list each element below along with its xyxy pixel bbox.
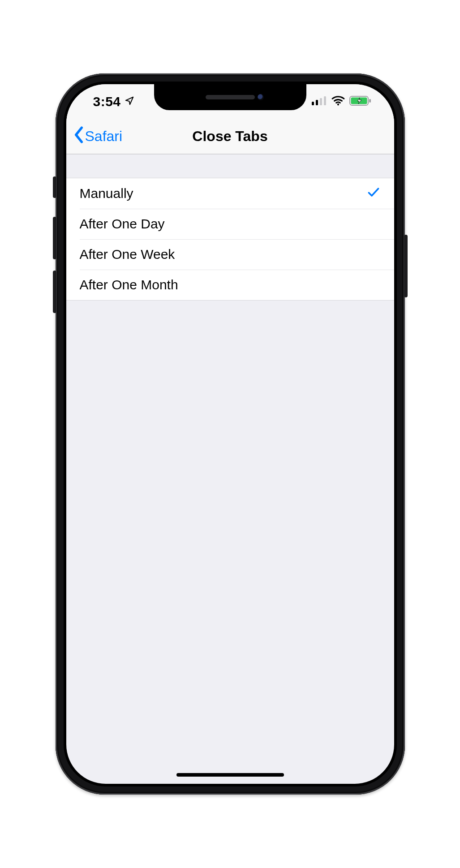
screen: 3:54 bbox=[66, 84, 394, 784]
option-after-one-day[interactable]: After One Day bbox=[66, 209, 394, 239]
status-time: 3:54 bbox=[93, 94, 121, 109]
front-camera bbox=[258, 94, 264, 100]
location-services-icon bbox=[125, 96, 134, 107]
option-label: After One Week bbox=[80, 247, 175, 262]
checkmark-icon bbox=[366, 185, 381, 202]
wifi-icon bbox=[331, 96, 345, 107]
earpiece-speaker bbox=[206, 95, 255, 99]
volume-down-button bbox=[53, 271, 56, 313]
list-bottom-hairline bbox=[66, 300, 394, 301]
phone-frame: 3:54 bbox=[56, 73, 405, 795]
phone-bezel: 3:54 bbox=[64, 82, 397, 786]
svg-rect-6 bbox=[369, 99, 371, 103]
svg-rect-1 bbox=[316, 100, 318, 105]
svg-rect-2 bbox=[320, 98, 322, 105]
svg-rect-0 bbox=[312, 102, 314, 105]
mute-switch bbox=[53, 176, 56, 198]
cellular-signal-icon bbox=[312, 96, 327, 107]
navigation-bar: Safari Close Tabs bbox=[66, 119, 394, 154]
option-label: After One Month bbox=[80, 277, 178, 292]
chevron-left-icon bbox=[73, 126, 84, 147]
option-label: Manually bbox=[80, 186, 133, 201]
back-button[interactable]: Safari bbox=[73, 119, 123, 154]
option-manually[interactable]: Manually bbox=[66, 178, 394, 209]
status-left: 3:54 bbox=[93, 94, 134, 109]
notch bbox=[154, 84, 306, 110]
group-header-spacer bbox=[66, 154, 394, 178]
volume-up-button bbox=[53, 217, 56, 259]
status-right bbox=[312, 95, 372, 108]
back-label: Safari bbox=[85, 128, 123, 145]
side-button bbox=[404, 235, 408, 297]
close-tabs-options: Manually After One Day After One Week Af… bbox=[66, 178, 394, 300]
option-label: After One Day bbox=[80, 216, 165, 232]
page-title: Close Tabs bbox=[192, 128, 267, 145]
option-after-one-week[interactable]: After One Week bbox=[66, 239, 394, 270]
battery-charging-icon bbox=[349, 95, 372, 108]
home-indicator[interactable] bbox=[176, 773, 284, 777]
option-after-one-month[interactable]: After One Month bbox=[66, 270, 394, 300]
svg-rect-3 bbox=[324, 96, 326, 105]
